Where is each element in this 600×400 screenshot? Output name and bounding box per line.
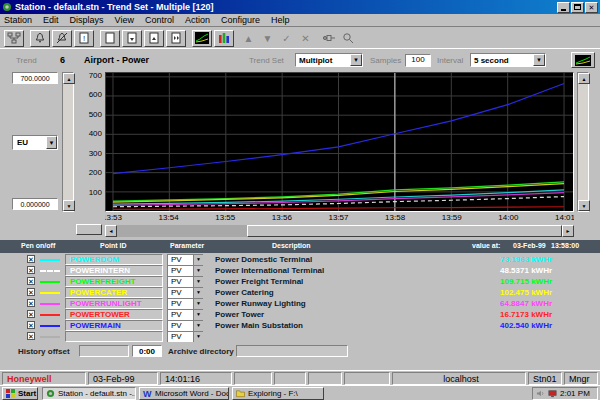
chevron-down-icon[interactable]: ▼	[193, 255, 203, 265]
chevron-down-icon[interactable]: ▼	[193, 288, 203, 298]
pen-checkbox[interactable]: ✕	[27, 266, 35, 274]
parameter-select[interactable]: PV▼	[167, 298, 203, 309]
interval-select[interactable]: 5 second ▼	[470, 53, 546, 67]
point-id-field[interactable]: POWERDOM	[65, 254, 163, 265]
chevron-down-icon[interactable]: ▼	[193, 266, 203, 276]
pen-checkbox[interactable]: ✕	[27, 288, 35, 296]
connect-icon[interactable]	[320, 30, 337, 47]
samples-input[interactable]: 100	[405, 54, 431, 67]
chevron-down-icon[interactable]: ▼	[193, 277, 203, 287]
time-scrollbar[interactable]: ◄ ►	[105, 225, 574, 237]
folder-icon	[236, 389, 245, 398]
status-bar: Honeywell 03-Feb-99 14:01:16 localhost S…	[0, 370, 600, 385]
menu-help[interactable]: Help	[271, 15, 290, 25]
group-display-icon[interactable]	[214, 30, 234, 47]
chevron-down-icon[interactable]: ▼	[193, 321, 203, 331]
pen-checkbox[interactable]: ✕	[27, 310, 35, 318]
chevron-down-icon[interactable]: ▼	[46, 136, 57, 149]
point-id-field[interactable]: POWERCATER	[65, 287, 163, 298]
point-id-field[interactable]: POWERINTERN	[65, 265, 163, 276]
archive-directory-field[interactable]	[236, 345, 348, 357]
chevron-down-icon[interactable]: ▼	[533, 54, 545, 66]
menu-view[interactable]: View	[115, 15, 134, 25]
pen-checkbox[interactable]: ✕	[27, 332, 35, 340]
lower-icon[interactable]: ▼	[259, 30, 276, 47]
pen-checkbox[interactable]: ✕	[27, 321, 35, 329]
honeywell-brand: Honeywell	[2, 372, 86, 385]
menu-configure[interactable]: Configure	[221, 15, 260, 25]
station-app-icon	[2, 2, 12, 12]
pen-checkbox[interactable]: ✕	[27, 255, 35, 263]
scrollbar-track[interactable]	[117, 225, 247, 237]
alarm-ack-icon[interactable]	[52, 30, 72, 47]
scroll-down-icon[interactable]: ▼	[63, 200, 75, 211]
cancel-icon[interactable]: ✕	[297, 30, 314, 47]
raise-icon[interactable]: ▲	[240, 30, 257, 47]
pen-checkbox[interactable]: ✕	[27, 277, 35, 285]
menu-station[interactable]: Station	[4, 15, 32, 25]
restore-button[interactable]	[571, 2, 584, 13]
history-offset-field[interactable]	[79, 345, 129, 357]
task-station[interactable]: Station - default.stn -...	[42, 387, 136, 400]
parameter-select[interactable]: PV▼	[167, 276, 203, 287]
trend-display-icon[interactable]	[192, 30, 212, 47]
station-network-icon[interactable]	[4, 30, 24, 47]
eu-select[interactable]: EU ▼	[12, 135, 58, 150]
trend-plot[interactable]	[105, 72, 574, 212]
y-scrollbar-right[interactable]: ▲ ▼	[577, 72, 589, 212]
point-id-field[interactable]: POWERFREIGHT	[65, 276, 163, 287]
minimize-button[interactable]	[557, 2, 570, 13]
parameter-select[interactable]: PV▼	[167, 287, 203, 298]
chevron-down-icon[interactable]: ▼	[193, 332, 203, 342]
point-id-field[interactable]: POWERTOWER	[65, 309, 163, 320]
alarm-bell-icon[interactable]	[30, 30, 50, 47]
scale-max-input[interactable]: 700.0000	[12, 72, 58, 84]
scroll-up-icon[interactable]: ▲	[578, 73, 590, 84]
menu-action[interactable]: Action	[185, 15, 210, 25]
page-forward-icon[interactable]	[144, 30, 164, 47]
pen-checkbox[interactable]: ✕	[27, 299, 35, 307]
close-button[interactable]: ✕	[585, 2, 598, 13]
svg-text:!: !	[83, 34, 85, 43]
parameter-select[interactable]: PV▼	[167, 254, 203, 265]
display-icon[interactable]	[548, 389, 557, 398]
menu-edit[interactable]: Edit	[43, 15, 59, 25]
scrollbar-thumb[interactable]	[247, 225, 562, 237]
menu-displays[interactable]: Displays	[70, 15, 104, 25]
scale-min-input[interactable]: 0.000000	[12, 198, 58, 210]
y-scrollbar-left[interactable]: ▲ ▼	[62, 72, 74, 212]
menu-control[interactable]: Control	[145, 15, 174, 25]
header-point-id: Point ID	[100, 242, 126, 249]
parameter-select[interactable]: PV▼	[167, 331, 203, 342]
chevron-down-icon[interactable]: ▼	[193, 299, 203, 309]
point-value: 73.1963 kWHr	[500, 254, 595, 265]
page-recall-icon[interactable]	[100, 30, 120, 47]
chevron-down-icon[interactable]: ▼	[193, 310, 203, 320]
table-row: ✕PV▼	[0, 331, 600, 342]
point-id-field[interactable]: POWERRUNLIGHT	[65, 298, 163, 309]
corner-button[interactable]	[76, 224, 102, 235]
scroll-left-icon[interactable]: ◄	[105, 225, 117, 237]
point-id-field[interactable]: POWERMAIN	[65, 320, 163, 331]
chevron-down-icon[interactable]: ▼	[350, 54, 362, 66]
history-offset-value[interactable]: 0:00	[132, 345, 162, 357]
task-word[interactable]: W Microsoft Word - Document...	[139, 387, 229, 400]
page-back-icon[interactable]	[122, 30, 142, 47]
volume-icon[interactable]	[536, 389, 545, 398]
point-id-field[interactable]	[65, 331, 163, 342]
parameter-select[interactable]: PV▼	[167, 309, 203, 320]
task-exploring[interactable]: Exploring - F:\	[232, 387, 324, 400]
message-page-icon[interactable]: !	[74, 30, 94, 47]
parameter-select[interactable]: PV▼	[167, 320, 203, 331]
parameter-select[interactable]: PV▼	[167, 265, 203, 276]
trend-display-icon	[575, 55, 591, 66]
trend-set-select[interactable]: Multiplot ▼	[295, 53, 363, 67]
trend-display-button[interactable]	[571, 52, 595, 68]
start-button[interactable]: Start	[2, 387, 38, 400]
scroll-down-icon[interactable]: ▼	[578, 200, 590, 211]
zoom-icon[interactable]	[339, 30, 356, 47]
page-fast-icon[interactable]	[166, 30, 186, 47]
scroll-right-icon[interactable]: ►	[562, 225, 574, 237]
scroll-up-icon[interactable]: ▲	[63, 73, 75, 84]
accept-icon[interactable]: ✓	[278, 30, 295, 47]
